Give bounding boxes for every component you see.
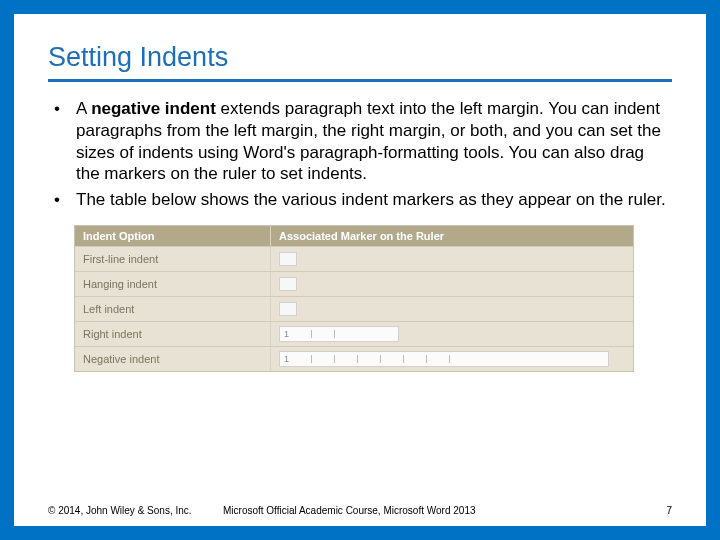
table-header: Indent Option Associated Marker on the R… <box>75 226 633 246</box>
slide-title: Setting Indents <box>48 42 672 82</box>
indent-table: Indent Option Associated Marker on the R… <box>74 225 634 372</box>
table-row: First-line indent <box>75 246 633 271</box>
bullet-list: A negative indent extends paragraph text… <box>48 98 672 211</box>
bullet-item: A negative indent extends paragraph text… <box>48 98 672 185</box>
footer-page-number: 7 <box>642 505 672 516</box>
first-line-indent-icon <box>279 252 297 266</box>
row-label: Negative indent <box>75 347 270 371</box>
row-label: Left indent <box>75 297 270 321</box>
row-label: Hanging indent <box>75 272 270 296</box>
row-label: Right indent <box>75 322 270 346</box>
right-indent-icon: 1 <box>279 326 399 342</box>
footer-course: Microsoft Official Academic Course, Micr… <box>223 505 642 516</box>
table-row: Left indent <box>75 296 633 321</box>
bullet-item: The table below shows the various indent… <box>48 189 672 211</box>
slide: Setting Indents A negative indent extend… <box>0 0 720 540</box>
row-marker <box>270 247 633 271</box>
row-marker: 1 <box>270 322 633 346</box>
left-indent-icon <box>279 302 297 316</box>
row-marker: 1 <box>270 347 633 371</box>
header-indent-option: Indent Option <box>75 226 270 246</box>
bullet-bold-term: negative indent <box>91 99 216 118</box>
bullet-text: The table below shows the various indent… <box>76 190 666 209</box>
negative-indent-icon: 1 <box>279 351 609 367</box>
row-label: First-line indent <box>75 247 270 271</box>
row-marker <box>270 272 633 296</box>
footer-copyright: © 2014, John Wiley & Sons, Inc. <box>48 505 223 516</box>
slide-inner: Setting Indents A negative indent extend… <box>14 14 706 526</box>
row-marker <box>270 297 633 321</box>
hanging-indent-icon <box>279 277 297 291</box>
table-row: Hanging indent <box>75 271 633 296</box>
bullet-text-pre: A <box>76 99 91 118</box>
table-row: Right indent 1 <box>75 321 633 346</box>
footer: © 2014, John Wiley & Sons, Inc. Microsof… <box>48 505 672 516</box>
table-row: Negative indent 1 <box>75 346 633 371</box>
header-marker: Associated Marker on the Ruler <box>270 226 633 246</box>
